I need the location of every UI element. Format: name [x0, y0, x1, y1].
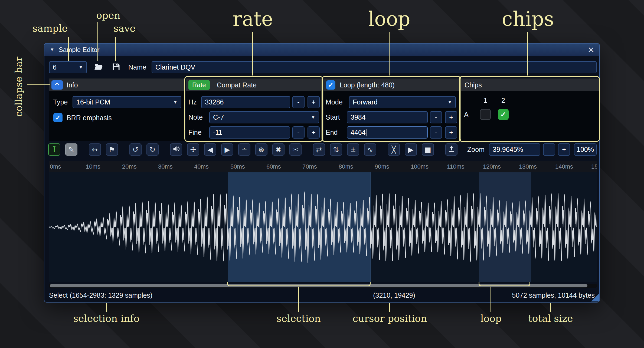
ruler-label: 40ms [194, 163, 209, 170]
sign-invert-button[interactable]: ± [347, 143, 359, 156]
dropdown-arrow-icon: ▼ [170, 100, 178, 105]
ruler-label: 0ms [50, 163, 61, 170]
info-panel: Info Type 16-bit PCM ▼ ✓ BRR emphasis [49, 78, 185, 141]
note-label: Note [188, 111, 203, 123]
sample-selector-value: 6 [53, 63, 57, 71]
annotation-collapse-bar: collapse bar [5, 53, 31, 120]
rate-badge[interactable]: Rate [188, 80, 210, 90]
select-tool-button[interactable]: I [48, 143, 60, 156]
loop-end-plus-button[interactable]: + [445, 126, 457, 139]
zoom-input[interactable]: 39.9645% [489, 143, 540, 156]
ruler-label: 60ms [266, 163, 281, 170]
delete-button[interactable]: ✖ [272, 143, 285, 156]
redo-button[interactable]: ↻ [146, 143, 159, 156]
brr-emphasis-label: BRR emphasis [67, 112, 112, 124]
type-dropdown[interactable]: 16-bit PCM ▼ [73, 96, 181, 108]
window-title: Sample Editor [59, 46, 100, 54]
ruler-label: 110ms [447, 163, 464, 170]
resample-button[interactable]: ⚑ [106, 143, 118, 156]
hz-input[interactable]: 33286 [201, 96, 290, 108]
fade-in-icon: ◀ [208, 146, 213, 154]
zoom-out-button[interactable]: - [543, 143, 555, 156]
chips-panel-header: Chips [461, 79, 599, 91]
chips-col-1: 1 [480, 97, 491, 104]
amplify-button[interactable] [170, 143, 182, 156]
loop-start-minus-button[interactable]: - [430, 111, 442, 123]
draw-tool-button[interactable]: ✎ [65, 143, 77, 156]
ruler-label: 130ms [519, 163, 537, 170]
text-caret [367, 129, 367, 136]
name-input[interactable]: Clarinet DQV [152, 61, 597, 73]
zoom-reset-button[interactable]: 100% [574, 143, 597, 156]
fade-in-button[interactable]: ◀ [204, 143, 216, 156]
note-dropdown[interactable]: C-7 ▼ [209, 111, 319, 123]
loop-enable-checkbox[interactable]: ✓ [326, 80, 335, 90]
zoom-value: 39.9645% [493, 146, 523, 153]
fine-minus-button[interactable]: - [292, 126, 305, 139]
zoom-in-button[interactable]: + [558, 143, 570, 156]
reverse-icon: ⇄ [316, 146, 322, 154]
fine-plus-button[interactable]: + [308, 126, 320, 139]
rate-panel-header: Rate Compat Rate [186, 79, 321, 91]
apply-silence-icon: ⊛ [259, 146, 264, 154]
loop-start-input[interactable]: 3984 [347, 111, 428, 123]
delete-icon: ✖ [276, 146, 282, 154]
close-icon[interactable]: ✕ [588, 45, 594, 55]
ruler-label: 90ms [375, 163, 389, 170]
zoom-label: Zoom [467, 146, 485, 153]
play-icon: ▶ [408, 146, 414, 154]
chevron-up-icon [54, 81, 60, 89]
cursor-position-text: (3210, 19429) [347, 291, 442, 299]
annotation-save: save [106, 23, 143, 34]
crossfade-icon: ╳ [392, 146, 396, 154]
scrollbar-thumb[interactable] [50, 284, 587, 287]
loop-end-minus-button[interactable]: - [430, 126, 442, 139]
fine-label: Fine [188, 126, 202, 139]
annotation-loop: loop [349, 8, 430, 30]
waveform-canvas[interactable] [49, 172, 597, 282]
titlebar[interactable]: ▼ Sample Editor ✕ [44, 44, 599, 56]
annotation-line-rate [252, 32, 253, 75]
save-button[interactable] [110, 61, 122, 73]
check-icon: ✓ [500, 110, 506, 119]
chip-a1-checkbox[interactable] [480, 109, 491, 120]
crossfade-button[interactable]: ╳ [388, 143, 400, 156]
invert-button[interactable]: ⇅ [330, 143, 342, 156]
sample-selector[interactable]: 6 ▼ [49, 61, 87, 73]
annotation-open: open [89, 10, 127, 21]
ruler-label: 80ms [339, 163, 353, 170]
preview-button[interactable]: ▶ [405, 143, 417, 156]
hz-minus-button[interactable]: - [292, 96, 305, 108]
loop-mode-dropdown[interactable]: Forward ▼ [349, 96, 456, 108]
collapse-bar-button[interactable] [51, 80, 63, 90]
fine-input[interactable]: -11 [209, 126, 290, 139]
apply-silence-button[interactable]: ⊛ [255, 143, 267, 156]
filter-button[interactable]: ∿ [364, 143, 376, 156]
normalize-button[interactable]: ✢ [187, 143, 199, 156]
hz-plus-button[interactable]: + [308, 96, 320, 108]
stop-button[interactable]: ■ [422, 143, 434, 156]
insert-silence-button[interactable]: ∸ [238, 143, 250, 156]
resize-grip[interactable] [591, 294, 599, 301]
ruler-label: 30ms [158, 163, 173, 170]
brr-emphasis-checkbox[interactable]: ✓ [53, 113, 63, 122]
annotation-line-collapse-bar [27, 84, 50, 85]
reverse-button[interactable]: ⇄ [313, 143, 325, 156]
loop-panel: ✓ Loop (length: 480) Mode Forward ▼ Star… [323, 78, 460, 141]
loop-end-input[interactable]: 4464 [347, 126, 428, 139]
chip-a2-checkbox[interactable]: ✓ [498, 109, 509, 120]
undo-icon: ↺ [133, 146, 139, 154]
resize-button[interactable]: ↔ [89, 143, 101, 156]
upload-button[interactable] [445, 143, 457, 156]
annotation-line-loop-region [491, 287, 491, 312]
type-label: Type [53, 96, 68, 108]
rate-panel-title: Compat Rate [217, 81, 257, 89]
undo-button[interactable]: ↺ [129, 143, 142, 156]
trim-button[interactable]: ✂ [289, 143, 302, 156]
window-collapse-icon[interactable]: ▼ [50, 47, 54, 52]
fade-out-button[interactable]: ▶ [221, 143, 233, 156]
open-button[interactable] [93, 61, 104, 73]
loop-start-plus-button[interactable]: + [445, 111, 457, 123]
hz-value: 33286 [205, 98, 224, 106]
chips-row-label: A [464, 109, 469, 120]
